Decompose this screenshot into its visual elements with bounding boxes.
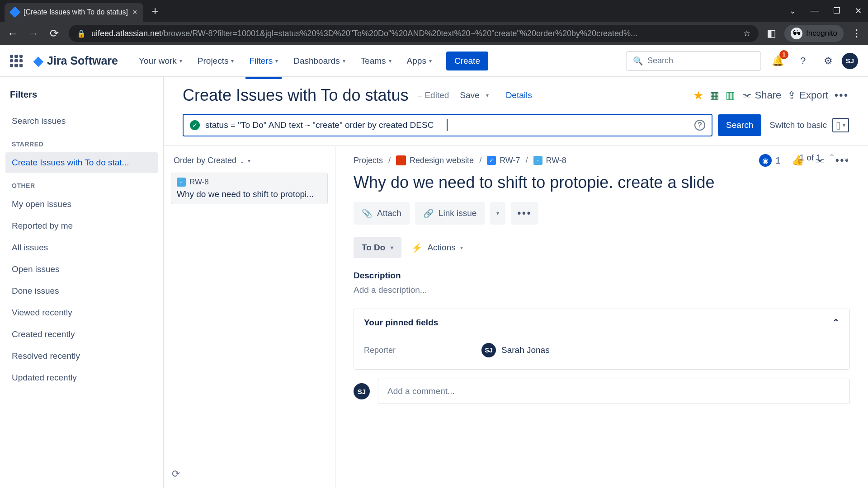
close-window-icon[interactable]: ✕: [855, 6, 862, 16]
breadcrumb-issue[interactable]: ▫RW-8: [533, 156, 566, 165]
notifications-button[interactable]: 🔔 1: [769, 52, 787, 70]
sidebar-done-issues[interactable]: Done issues: [5, 281, 158, 301]
attach-icon: 📎: [362, 208, 373, 219]
breadcrumb: Projects / Redesign website / ✓RW-7 / ▫R…: [354, 154, 850, 167]
switch-to-basic-link[interactable]: Switch to basic: [769, 120, 827, 130]
nav-your-work[interactable]: Your work▾: [133, 52, 188, 70]
sidebar-updated-recently[interactable]: Updated recently: [5, 367, 158, 388]
status-dropdown[interactable]: To Do▾: [354, 237, 401, 258]
filters-sidebar: Filters Search issues STARRED Create Iss…: [0, 77, 164, 488]
save-dropdown-icon[interactable]: ▾: [486, 92, 489, 99]
jql-help-icon[interactable]: ?: [694, 120, 705, 131]
details-link[interactable]: Details: [506, 90, 532, 100]
text-cursor: [447, 119, 448, 131]
chevron-up-icon: ⌃: [832, 317, 840, 328]
next-issue-icon[interactable]: ⌄: [843, 152, 850, 163]
sidebar-resolved-recently[interactable]: Resolved recently: [5, 346, 158, 366]
order-by-dropdown[interactable]: Order by Created ↓ ▾: [165, 152, 333, 169]
jira-logo-icon: ◆: [33, 53, 43, 68]
prev-issue-icon[interactable]: ⌃: [828, 152, 835, 163]
share-button[interactable]: ⫘Share: [741, 89, 782, 101]
gear-icon: ⚙: [824, 55, 833, 67]
reporter-field[interactable]: Reporter SJ Sarah Jonas: [364, 339, 840, 361]
settings-button[interactable]: ⚙: [819, 52, 837, 70]
actions-dropdown[interactable]: ⚡Actions▾: [411, 242, 462, 253]
pinned-fields-header[interactable]: Your pinned fields ⌃: [354, 309, 849, 336]
filter-header: Create Issues with To do status – Edited…: [164, 77, 868, 109]
lock-icon: 🔒: [77, 29, 86, 38]
share-icon: ⫘: [741, 89, 751, 101]
sidebar-viewed-recently[interactable]: Viewed recently: [5, 302, 158, 323]
sidebar-section-starred: STARRED: [5, 132, 158, 152]
description-field[interactable]: Add a description...: [354, 285, 850, 295]
chevron-down-icon: ▾: [343, 58, 345, 64]
browser-menu-icon[interactable]: ⋮: [852, 28, 862, 39]
nav-projects[interactable]: Projects▾: [192, 52, 240, 70]
sidebar-created-recently[interactable]: Created recently: [5, 324, 158, 345]
breadcrumb-project[interactable]: Redesign website: [396, 155, 474, 165]
address-bar[interactable]: 🔒 uifeed.atlassian.net/browse/RW-8?filte…: [69, 25, 759, 42]
filter-title[interactable]: Create Issues with To do status: [183, 86, 409, 105]
description-label: Description: [354, 271, 850, 281]
sidebar-starred-item[interactable]: Create Issues with To do stat...: [5, 152, 158, 173]
excel-export-icon[interactable]: ▦: [710, 89, 719, 101]
forward-button[interactable]: →: [27, 27, 40, 40]
nav-filters[interactable]: Filters▾: [244, 52, 283, 70]
more-actions-icon[interactable]: •••: [835, 89, 849, 101]
tab-dropdown-icon[interactable]: ⌄: [789, 6, 796, 16]
minimize-icon[interactable]: —: [811, 6, 819, 16]
export-button[interactable]: ⇪Export: [788, 89, 828, 101]
incognito-badge[interactable]: 🕶 Incognito: [784, 25, 844, 42]
jira-favicon-icon: [9, 6, 20, 18]
jira-logo[interactable]: ◆ Jira Software: [33, 53, 118, 68]
link-dropdown-button[interactable]: ▾: [490, 202, 505, 225]
back-button[interactable]: ←: [6, 27, 19, 40]
profile-avatar[interactable]: SJ: [842, 53, 858, 69]
browser-tab[interactable]: [Create Issues with To do status] ×: [5, 3, 143, 22]
notification-badge: 1: [779, 50, 788, 59]
add-more-button[interactable]: •••: [511, 202, 538, 225]
close-tab-icon[interactable]: ×: [132, 8, 137, 17]
issue-title[interactable]: Why do we need to shift to protopie. cre…: [354, 173, 850, 192]
breadcrumb-parent[interactable]: ✓RW-7: [487, 156, 520, 165]
global-search-input[interactable]: 🔍 Search: [626, 51, 761, 71]
maximize-icon[interactable]: ❐: [833, 6, 840, 16]
chevron-down-icon: ▾: [391, 244, 393, 251]
nav-teams[interactable]: Teams▾: [355, 52, 397, 70]
link-issue-button[interactable]: 🔗Link issue: [415, 202, 485, 225]
reload-button[interactable]: ⟳: [48, 27, 61, 40]
star-filter-icon[interactable]: ★: [693, 89, 703, 103]
search-button[interactable]: Search: [718, 114, 761, 136]
sidebar-my-open-issues[interactable]: My open issues: [5, 194, 158, 215]
jql-input[interactable]: ✓ status = "To Do" AND text ~ "create" o…: [183, 114, 712, 136]
issue-summary: Why do we need to shift to protopi...: [177, 189, 322, 199]
nav-dashboards[interactable]: Dashboards▾: [288, 52, 350, 70]
sidebar-search-issues[interactable]: Search issues: [5, 111, 158, 131]
attach-button[interactable]: 📎Attach: [354, 202, 410, 225]
app-switcher-icon[interactable]: [10, 55, 23, 67]
create-button[interactable]: Create: [446, 52, 488, 70]
sheets-export-icon[interactable]: ▥: [726, 89, 735, 101]
bookmark-star-icon[interactable]: ☆: [743, 28, 750, 38]
help-button[interactable]: ?: [794, 52, 812, 70]
new-tab-button[interactable]: +: [151, 4, 158, 18]
breadcrumb-projects[interactable]: Projects: [354, 156, 383, 165]
save-button[interactable]: Save: [460, 90, 479, 100]
task-type-icon: ✓: [487, 156, 496, 165]
issue-list-item[interactable]: ▫ RW-8 Why do we need to shift to protop…: [171, 173, 328, 204]
refresh-icon[interactable]: ⟳: [172, 468, 180, 480]
comment-input[interactable]: Add a comment...: [378, 379, 850, 404]
pinned-fields-panel: Your pinned fields ⌃ Reporter SJ Sarah J…: [354, 309, 850, 370]
layout-toggle[interactable]: ▯▾: [832, 118, 849, 132]
jql-valid-icon: ✓: [190, 120, 200, 130]
incognito-icon: 🕶: [791, 28, 802, 39]
layout-icon: ▯: [836, 120, 841, 131]
sidebar-reported-by-me[interactable]: Reported by me: [5, 216, 158, 236]
chevron-down-icon: ▾: [179, 58, 182, 64]
watch-button[interactable]: ◉1: [759, 154, 781, 167]
export-icon: ⇪: [788, 89, 796, 101]
sidebar-all-issues[interactable]: All issues: [5, 237, 158, 258]
nav-apps[interactable]: Apps▾: [401, 52, 437, 70]
extensions-icon[interactable]: ◧: [767, 28, 776, 39]
sidebar-open-issues[interactable]: Open issues: [5, 259, 158, 280]
